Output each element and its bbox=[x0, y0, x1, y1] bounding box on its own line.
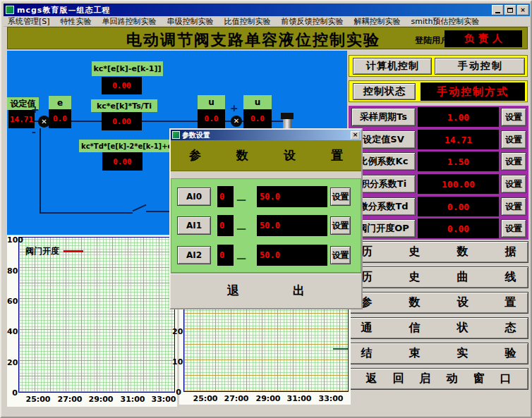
feedback-switch-icon bbox=[133, 204, 147, 212]
param-set-button[interactable]: 设置 bbox=[501, 197, 526, 216]
login-user-value: 负责人 bbox=[445, 30, 522, 47]
history-curve-button[interactable]: 历史曲线 bbox=[349, 266, 528, 288]
error-value: 0.0 bbox=[49, 109, 71, 128]
ai1-set-button[interactable]: 设置 bbox=[330, 216, 351, 235]
control-status-display: 手动控制方式 bbox=[421, 82, 525, 101]
param-value: 1.00 bbox=[418, 107, 499, 127]
ai2-high-value: 50.0 bbox=[257, 245, 327, 266]
control-status-button[interactable]: 控制状态 bbox=[353, 83, 416, 100]
comm-status-button[interactable]: 通信状态 bbox=[349, 317, 528, 339]
menu-item-characteristic[interactable]: 特性实验 bbox=[61, 16, 92, 27]
x-tick: 29:00 bbox=[87, 395, 115, 404]
u2-value: 0.0 bbox=[243, 109, 272, 128]
return-start-window-button[interactable]: 返回启动窗口 bbox=[349, 368, 528, 390]
d-term-formula: kc*Td*[e[k]-2*e[k-1]+e[k-2]]/ bbox=[79, 140, 182, 152]
y-tick: 20 bbox=[172, 327, 181, 336]
page-title: 电动调节阀支路单容液位控制实验 bbox=[126, 30, 380, 51]
ai2-button[interactable]: AI2 bbox=[177, 246, 211, 264]
sum-plus-sign: + bbox=[31, 104, 40, 114]
dialog-exit-button[interactable]: 退出 bbox=[171, 273, 361, 308]
dialog-close-button[interactable]: × bbox=[351, 131, 360, 140]
x-tick: 27:00 bbox=[222, 394, 250, 403]
valve-opening-chart: 阀门开度 100 80 60 40 20 0 25:00 27:00 29:00… bbox=[7, 235, 177, 407]
minimize-button[interactable] bbox=[492, 5, 503, 15]
menu-item-system[interactable]: 系统管理[S] bbox=[8, 16, 50, 27]
menu-item-single-loop[interactable]: 单回路控制实验 bbox=[102, 16, 157, 27]
manual-control-button[interactable]: 手动控制 bbox=[435, 58, 525, 75]
p-term-formula: kc*[e[k]-e[k-1]] bbox=[92, 61, 163, 76]
dialog-body: AI0 0 — 50.0 设置 AI1 0 — 50.0 设置 AI2 0 — … bbox=[171, 178, 361, 273]
login-user-label: 登陆用户 bbox=[415, 35, 449, 47]
param-value: 1.50 bbox=[418, 152, 499, 171]
i-term-value: 0.00 bbox=[102, 112, 142, 130]
x-tick: 27:00 bbox=[56, 395, 84, 404]
param-set-button[interactable]: 设置 bbox=[501, 175, 526, 193]
y-tick: 10 bbox=[172, 357, 181, 367]
param-value: 0.00 bbox=[418, 197, 499, 216]
x-tick: 31:00 bbox=[285, 394, 313, 403]
y-tick: 60 bbox=[7, 297, 18, 306]
param-label: 采样周期Ts bbox=[351, 108, 416, 126]
mode-button-panel: 计算机控制 手动控制 bbox=[349, 55, 528, 77]
window-title: mcgs教育版—组态工程 bbox=[17, 5, 490, 16]
ai0-button[interactable]: AI0 bbox=[177, 188, 211, 206]
sum2-junction-icon: ✕ bbox=[231, 116, 242, 127]
ai2-low-value: 0 bbox=[217, 245, 234, 266]
status-panel: 控制状态 手动控制方式 bbox=[349, 80, 528, 102]
ai0-high-value: 50.0 bbox=[257, 186, 327, 207]
y-tick: 40 bbox=[7, 327, 18, 336]
restore-button[interactable] bbox=[504, 5, 516, 15]
menu-item-feedforward[interactable]: 前馈反馈控制实验 bbox=[282, 16, 344, 27]
sum2-plus-sign: + bbox=[230, 103, 238, 113]
param-set-button[interactable]: 设置 bbox=[501, 219, 526, 238]
app-window: mcgs教育版—组态工程 × 系统管理[S] 特性实验 单回路控制实验 串级控制… bbox=[0, 0, 532, 418]
history-data-button[interactable]: 历史数据 bbox=[349, 241, 528, 263]
dialog-header: 参数设置 bbox=[171, 140, 361, 171]
u1-label: u bbox=[198, 95, 225, 109]
menu-item-cascade[interactable]: 串级控制实验 bbox=[167, 16, 214, 27]
level-trend-line bbox=[333, 348, 348, 350]
menu-item-ratio[interactable]: 比值控制实验 bbox=[224, 16, 271, 27]
u2-label: u bbox=[243, 95, 272, 109]
sum-minus-sign: - bbox=[32, 127, 36, 137]
legend-line-icon bbox=[64, 250, 83, 252]
x-tick: 25:00 bbox=[24, 395, 52, 404]
y-tick: 80 bbox=[7, 266, 18, 276]
menu-item-decoupling[interactable]: 解耦控制实验 bbox=[354, 16, 401, 27]
range-dash: — bbox=[236, 253, 246, 263]
x-tick: 25:00 bbox=[191, 394, 219, 403]
param-value: 14.71 bbox=[418, 130, 499, 149]
d-term-value: 0.00 bbox=[102, 152, 143, 171]
param-value: 0.00 bbox=[418, 219, 499, 238]
y-tick: 0 bbox=[7, 388, 18, 398]
ai1-button[interactable]: AI1 bbox=[177, 216, 211, 235]
end-experiment-button[interactable]: 结束实验 bbox=[349, 343, 528, 364]
dialog-title-bar[interactable]: 参数设置 × bbox=[171, 130, 361, 140]
param-set-button[interactable]: 设置 bbox=[501, 130, 526, 149]
range-dash: — bbox=[236, 195, 246, 204]
x-tick: 31:00 bbox=[119, 395, 147, 404]
ai0-low-value: 0 bbox=[217, 186, 234, 207]
x-tick: 33:00 bbox=[317, 394, 345, 403]
y-tick: 0 bbox=[172, 388, 181, 397]
title-bar: mcgs教育版—组态工程 × bbox=[4, 4, 530, 16]
ai1-low-value: 0 bbox=[217, 215, 234, 236]
parameter-panel: 采样周期Ts 1.00 设置 设定值SV 14.71 设置 比例系数Kc 1.5… bbox=[349, 106, 528, 240]
param-set-button[interactable]: 设置 bbox=[501, 152, 526, 171]
param-set-button[interactable]: 设置 bbox=[501, 108, 526, 126]
valve-icon bbox=[281, 113, 294, 119]
app-icon bbox=[6, 6, 14, 14]
computer-control-button[interactable]: 计算机控制 bbox=[353, 58, 432, 75]
p-term-value: 0.00 bbox=[102, 77, 142, 94]
menu-item-smith[interactable]: smith预估控制实验 bbox=[411, 16, 480, 27]
valve-chart-legend: 阀门开度 bbox=[25, 245, 59, 257]
close-button[interactable]: × bbox=[517, 5, 528, 15]
dialog-icon bbox=[172, 131, 180, 139]
banner: 电动调节阀支路单容液位控制实验 登陆用户 负责人 bbox=[7, 27, 528, 49]
i-term-formula: kc*e[k]*Ts/Ti bbox=[91, 99, 157, 112]
parameter-setting-button[interactable]: 参数设置 bbox=[349, 292, 528, 314]
error-label: e bbox=[49, 96, 71, 109]
ai2-set-button[interactable]: 设置 bbox=[330, 246, 351, 264]
ai0-set-button[interactable]: 设置 bbox=[330, 188, 351, 206]
param-value: 100.00 bbox=[418, 174, 499, 194]
